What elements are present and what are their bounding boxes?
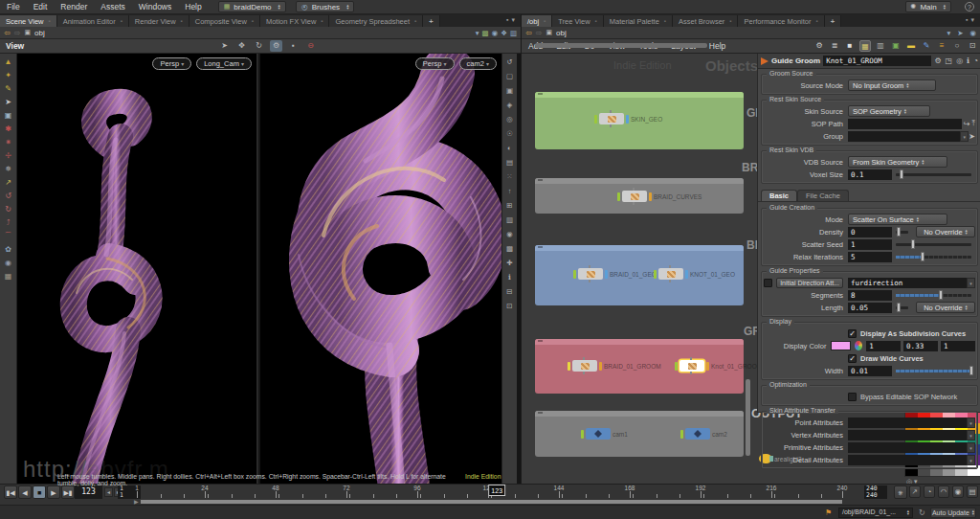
display-color-swatch[interactable] <box>831 341 851 350</box>
scatter-seed-slider[interactable] <box>896 243 971 246</box>
desktop-selector[interactable]: ▦ braidDemo ▴▾ <box>218 1 286 12</box>
color-g-field[interactable]: 0.33 <box>903 341 938 351</box>
tab-material-palette[interactable]: Material Palette▪ <box>604 15 673 27</box>
breadcrumb-tool-icon[interactable]: ▥ <box>510 29 517 37</box>
perf-gauge-icon[interactable]: ◠ <box>938 485 949 498</box>
init-direction-attr-button[interactable]: Initial Direction Att... <box>776 278 843 288</box>
tab-menu-icon[interactable]: ▪ <box>48 18 50 24</box>
node-chooser-icon[interactable]: ↪ <box>964 120 970 128</box>
group-menu-button[interactable]: ▾ <box>960 131 969 142</box>
tab-tree-view[interactable]: Tree View▪ <box>552 15 604 27</box>
view-reset-icon[interactable]: ↺ <box>503 56 517 68</box>
length-field[interactable]: 0.05 <box>848 303 892 313</box>
attr-menu-button[interactable]: ▾ <box>967 442 975 453</box>
tab-menu-icon[interactable]: ▪ <box>664 18 666 24</box>
points-icon[interactable]: ⁙ <box>503 170 517 183</box>
pose-tool-icon[interactable]: ▲ <box>2 56 15 68</box>
attr-menu-button[interactable]: ▾ <box>967 430 975 440</box>
search-icon[interactable]: ◎ <box>956 56 963 65</box>
mode-dropdown[interactable]: Scatter On Surface▴▾ <box>848 214 947 225</box>
tab-composite-view[interactable]: Composite View▪ <box>189 15 260 27</box>
tab-menu-icon[interactable]: ▪ <box>816 18 818 24</box>
tab-performance-monitor[interactable]: Performance Monitor▪ <box>738 15 824 27</box>
scatter-tool-icon[interactable]: ✵ <box>2 163 15 175</box>
tab-animation-editor[interactable]: Animation Editor▪ <box>57 15 129 27</box>
netbox-collapse-icon[interactable] <box>538 340 543 342</box>
cook-path-selector[interactable]: /obj/BRAID_01_... ▴▾ <box>838 508 913 518</box>
detail-attributes-field[interactable] <box>848 455 967 465</box>
node-input-flag[interactable] <box>594 115 597 124</box>
node-cam2[interactable]: cam2 <box>680 428 727 440</box>
shelf-selector[interactable]: ⦿ Brushes ▴▾ <box>296 1 355 12</box>
relax-iterations-field[interactable]: 5 <box>848 252 892 262</box>
vdb-source-dropdown[interactable]: From Skin Geometry▴▾ <box>848 156 947 168</box>
primitive-attributes-field[interactable] <box>848 442 967 453</box>
tools-icon[interactable]: ⚙ <box>813 40 825 52</box>
breadcrumb-tool-icon[interactable]: ◉ <box>492 29 499 37</box>
select-mode-icon[interactable]: ➤ <box>218 40 231 52</box>
gear-icon[interactable]: ⚙ <box>934 56 941 65</box>
projection-pill[interactable]: Persp ▾ <box>152 57 191 70</box>
comb-tool-icon[interactable]: ✎ <box>2 82 15 95</box>
help-button[interactable]: ? <box>965 2 974 11</box>
forward-icon[interactable]: ⇨ <box>14 29 21 37</box>
menu-windows[interactable]: Windows <box>132 2 178 11</box>
tab-menu-icon[interactable]: ▪ <box>121 18 122 24</box>
pane-corner-icons[interactable]: ▪▾ <box>966 16 977 24</box>
density-slider[interactable] <box>896 231 908 234</box>
snapshot-icon[interactable]: ⊡ <box>967 40 978 52</box>
curve-cut-tool-icon[interactable]: ⤴ <box>2 216 15 229</box>
menu-render[interactable]: Render <box>54 2 94 11</box>
menu-help[interactable]: Help <box>178 2 208 11</box>
node-braid-01-groom[interactable]: BRAID_01_GROOM <box>568 360 661 372</box>
shade-icon[interactable]: ◐ <box>503 142 517 154</box>
hand-tool-icon[interactable]: ▦ <box>2 270 15 282</box>
width-field[interactable]: 0.01 <box>848 366 892 376</box>
export-flip-icon[interactable]: ↗ <box>909 485 921 498</box>
normals-icon[interactable]: ↑ <box>503 185 517 197</box>
init-direction-field[interactable]: furdirection <box>848 278 967 288</box>
tab-menu-icon[interactable]: ▪ <box>729 18 731 24</box>
curve-edit-tool-icon[interactable]: ↻ <box>2 203 15 215</box>
list-view-icon[interactable]: ▥ <box>875 40 886 52</box>
bypass-sop-checkbox[interactable] <box>848 393 857 401</box>
width-slider[interactable] <box>896 370 971 372</box>
no-op-icon[interactable]: ⊖ <box>304 40 317 52</box>
subdivision-curves-checkbox[interactable] <box>848 329 857 338</box>
breadcrumb-tool-icon[interactable]: ▾ <box>476 29 479 37</box>
sop-path-field[interactable] <box>848 119 962 129</box>
anim-prefs-icon[interactable]: ▤ <box>967 485 978 498</box>
point-attributes-field[interactable] <box>848 417 967 428</box>
lock-tool-icon[interactable]: ▣ <box>2 109 15 122</box>
node-name-field[interactable]: Knot_01_GROOM <box>823 56 931 66</box>
material-icon[interactable]: ◉ <box>503 228 517 240</box>
range-end-field-b[interactable]: 240 <box>864 492 887 499</box>
viewport-long-cam[interactable]: Persp ▾ Long_Cam ▾ <box>17 54 258 484</box>
back-icon[interactable]: ⇦ <box>525 29 532 37</box>
step-back-button[interactable]: ◂ <box>104 487 113 497</box>
breadcrumb-path[interactable]: obj <box>556 29 567 37</box>
color-b-field[interactable]: 1 <box>941 341 975 351</box>
go-start-button[interactable]: ▮◀ <box>4 485 17 499</box>
part-tool-icon[interactable]: ✢ <box>2 149 15 162</box>
init-direction-checkbox[interactable] <box>764 279 772 287</box>
stop-button[interactable]: ■ <box>33 485 46 499</box>
node-cam1[interactable]: cam1 <box>581 428 628 440</box>
menu-edit[interactable]: Edit <box>27 2 55 11</box>
camera-pill[interactable]: cam2 ▾ <box>459 57 497 70</box>
group-icon[interactable]: ▥ <box>503 214 517 226</box>
pin-icon[interactable]: ➤ <box>957 29 963 37</box>
curve-draw-tool-icon[interactable]: ↺ <box>2 190 15 202</box>
density-field[interactable]: 0 <box>848 227 892 237</box>
wire-icon[interactable]: ▤ <box>503 156 517 169</box>
play-forward-button[interactable]: ▶ <box>47 485 60 499</box>
tab--obj[interactable]: /obj▪ <box>522 15 552 27</box>
play-reverse-button[interactable]: ◀ <box>18 485 32 499</box>
menu-file[interactable]: File <box>0 2 27 11</box>
back-icon[interactable]: ⇦ <box>4 29 11 37</box>
recook-icon[interactable]: ↻ <box>919 508 925 517</box>
direction-tool-icon[interactable]: ↗ <box>2 176 15 189</box>
tab-file-cache[interactable]: File Cache <box>797 190 849 201</box>
pane-corner-icons[interactable]: ▪▾ <box>506 16 518 24</box>
netbox-collapse-icon[interactable] <box>538 179 543 181</box>
